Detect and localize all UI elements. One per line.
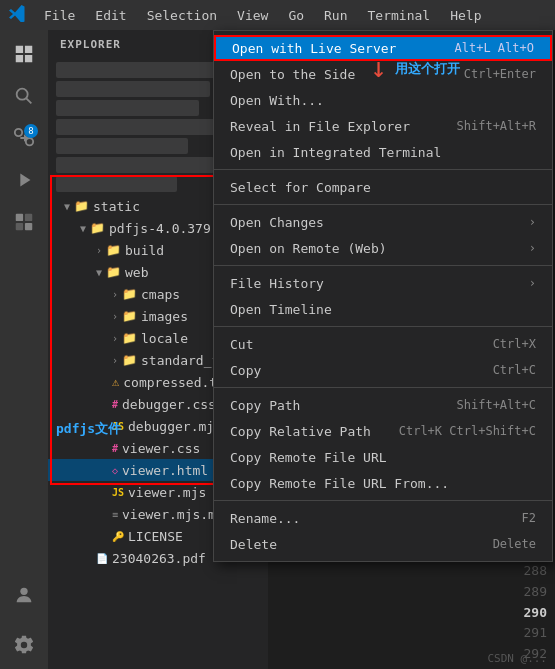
map-icon-viewer: ≡	[112, 509, 118, 520]
blurred-file-3	[56, 100, 199, 116]
ctx-path-label: Copy Path	[230, 398, 300, 413]
menu-help[interactable]: Help	[442, 6, 489, 25]
ctx-sep-2	[214, 204, 552, 205]
activity-run[interactable]	[8, 164, 40, 196]
tree-arrow-pdfjs: ▼	[80, 223, 86, 234]
ctx-delete[interactable]: Delete Delete	[214, 531, 552, 557]
folder-icon-static: 📁	[74, 199, 89, 213]
ctx-copy-remote-url[interactable]: Copy Remote File URL	[214, 444, 552, 470]
ctx-live-server-shortcut: Alt+L Alt+O	[455, 41, 534, 55]
ctx-copy-path[interactable]: Copy Path Shift+Alt+C	[214, 392, 552, 418]
folder-icon-pdfjs: 📁	[90, 221, 105, 235]
ctx-select-compare[interactable]: Select for Compare	[214, 174, 552, 200]
menu-bar: File Edit Selection View Go Run Terminal…	[36, 6, 489, 25]
ctx-remote-label: Open on Remote (Web)	[230, 241, 387, 256]
ctx-history-arrow: ›	[529, 276, 536, 290]
folder-icon-build: 📁	[106, 243, 121, 257]
ctx-open-timeline[interactable]: Open Timeline	[214, 296, 552, 322]
ctx-delete-label: Delete	[230, 537, 277, 552]
folder-icon-standard-fonts: 📁	[122, 353, 137, 367]
tree-label-debugger-css: debugger.css	[122, 397, 216, 412]
ctx-terminal-label: Open in Integrated Terminal	[230, 145, 441, 160]
ctx-open-with[interactable]: Open With...	[214, 87, 552, 113]
tree-label-static: static	[93, 199, 140, 214]
context-menu: Open with Live Server Alt+L Alt+O Open t…	[213, 30, 553, 562]
tree-arrow-locale: ›	[112, 333, 118, 344]
blurred-file-7	[56, 176, 177, 192]
activity-explorer[interactable]	[8, 38, 40, 70]
blurred-file-2	[56, 81, 210, 97]
ctx-file-history[interactable]: File History ›	[214, 270, 552, 296]
menu-run[interactable]: Run	[316, 6, 355, 25]
svg-rect-5	[25, 223, 32, 230]
ctx-delete-shortcut: Delete	[493, 537, 536, 551]
menu-selection[interactable]: Selection	[139, 6, 225, 25]
activity-scm[interactable]: 8	[8, 122, 40, 154]
ctx-sep-6	[214, 500, 552, 501]
ctx-rename[interactable]: Rename... F2	[214, 505, 552, 531]
svg-point-0	[17, 89, 28, 100]
ctx-sep-3	[214, 265, 552, 266]
svg-rect-2	[16, 214, 23, 221]
scm-badge: 8	[24, 124, 38, 138]
tree-label-viewer-css: viewer.css	[122, 441, 200, 456]
line-291: 291	[503, 623, 547, 644]
tree-arrow-build: ›	[96, 245, 102, 256]
ctx-copy[interactable]: Copy Ctrl+C	[214, 357, 552, 383]
ctx-side-shortcut: Ctrl+Enter	[464, 67, 536, 81]
ctx-sep-4	[214, 326, 552, 327]
menu-file[interactable]: File	[36, 6, 83, 25]
ctx-remote-url-from-label: Copy Remote File URL From...	[230, 476, 449, 491]
ctx-integrated-terminal[interactable]: Open in Integrated Terminal	[214, 139, 552, 165]
pdf-icon: 📄	[96, 553, 108, 564]
activity-account[interactable]	[8, 579, 40, 611]
line-290: 290	[503, 603, 547, 624]
css-icon-viewer: #	[112, 443, 118, 454]
tree-arrow-standard-fonts: ›	[112, 355, 118, 366]
ctx-reveal-label: Reveal in File Explorer	[230, 119, 410, 134]
ctx-reveal-shortcut: Shift+Alt+R	[457, 119, 536, 133]
ctx-copy-relative[interactable]: Copy Relative Path Ctrl+K Ctrl+Shift+C	[214, 418, 552, 444]
tree-label-debugger-mjs: debugger.mjs	[128, 419, 222, 434]
ctx-sep-5	[214, 387, 552, 388]
activity-search[interactable]	[8, 80, 40, 112]
vscode-icon	[8, 4, 26, 26]
svg-rect-3	[25, 214, 32, 221]
ctx-remote-url-label: Copy Remote File URL	[230, 450, 387, 465]
ctx-reveal-explorer[interactable]: Reveal in File Explorer Shift+Alt+R	[214, 113, 552, 139]
ctx-cut[interactable]: Cut Ctrl+X	[214, 331, 552, 357]
menu-terminal[interactable]: Terminal	[360, 6, 439, 25]
ctx-open-remote[interactable]: Open on Remote (Web) ›	[214, 235, 552, 261]
blurred-file-1	[56, 62, 232, 78]
ctx-open-changes[interactable]: Open Changes ›	[214, 209, 552, 235]
svg-line-1	[26, 98, 31, 103]
menu-view[interactable]: View	[229, 6, 276, 25]
menu-edit[interactable]: Edit	[87, 6, 134, 25]
activity-bar: 8	[0, 30, 48, 669]
ctx-compare-label: Select for Compare	[230, 180, 371, 195]
ts-icon-compressed: ⚠	[112, 375, 119, 389]
folder-icon-web: 📁	[106, 265, 121, 279]
ctx-copy-remote-url-from[interactable]: Copy Remote File URL From...	[214, 470, 552, 496]
tree-arrow-static: ▼	[64, 201, 70, 212]
tree-label-images: images	[141, 309, 188, 324]
ctx-rename-shortcut: F2	[522, 511, 536, 525]
menu-go[interactable]: Go	[280, 6, 312, 25]
ctx-path-shortcut: Shift+Alt+C	[457, 398, 536, 412]
ctx-changes-arrow: ›	[529, 215, 536, 229]
ctx-relative-label: Copy Relative Path	[230, 424, 371, 439]
tree-label-cmaps: cmaps	[141, 287, 180, 302]
ctx-copy-label: Copy	[230, 363, 261, 378]
tree-arrow-cmaps: ›	[112, 289, 118, 300]
activity-settings[interactable]	[8, 629, 40, 661]
folder-icon-images: 📁	[122, 309, 137, 323]
ctx-relative-shortcut: Ctrl+K Ctrl+Shift+C	[399, 424, 536, 438]
tree-label-web: web	[125, 265, 148, 280]
blurred-file-4	[56, 119, 221, 135]
ctx-live-server-label: Open with Live Server	[232, 41, 396, 56]
svg-point-6	[20, 588, 27, 595]
ctx-open-side[interactable]: Open to the Side Ctrl+Enter	[214, 61, 552, 87]
ctx-open-live-server[interactable]: Open with Live Server Alt+L Alt+O	[214, 35, 552, 61]
activity-extensions[interactable]	[8, 206, 40, 238]
tree-arrow-web: ▼	[96, 267, 102, 278]
